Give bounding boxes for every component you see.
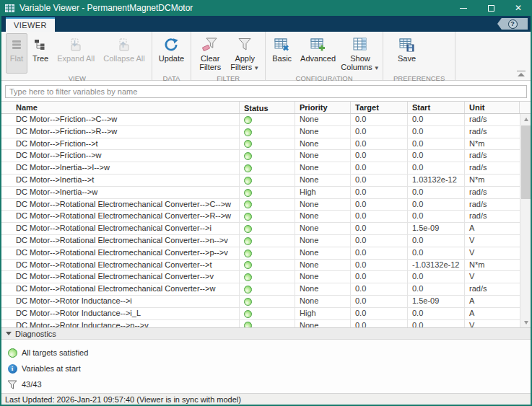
close-button[interactable]: ✕ — [505, 0, 532, 16]
target-cell: 0.0 — [351, 114, 408, 125]
tab-viewer[interactable]: VIEWER — [6, 17, 55, 32]
show-columns-button[interactable]: Show Columns▼ — [341, 33, 380, 74]
start-cell: 0.0 — [408, 138, 465, 150]
window-controls: ✕ — [450, 0, 532, 16]
priority-cell: None — [295, 247, 351, 259]
last-updated-text: Last Updated: 2026-Jan-21 09:57:40 (View… — [5, 395, 241, 404]
table-row[interactable]: DC Motor-->Rotational Electromechanical … — [1, 283, 520, 296]
triangle-down-icon — [524, 321, 528, 325]
table-row[interactable]: DC Motor-->Rotor Inductance-->n-->vNone0… — [1, 320, 520, 327]
table-row[interactable]: DC Motor-->Rotational Electromechanical … — [1, 260, 520, 272]
status-ok-icon — [244, 128, 252, 136]
status-ok-icon — [244, 140, 252, 148]
apply-filters-button[interactable]: Apply Filters▼ — [227, 33, 262, 74]
table-row[interactable]: DC Motor-->Rotational Electromechanical … — [1, 223, 520, 235]
column-header-start[interactable]: Start — [408, 102, 465, 113]
priority-cell: None — [295, 138, 351, 150]
scroll-up-button[interactable] — [520, 114, 531, 124]
priority-cell: None — [295, 126, 351, 138]
diagnostics-body: All targets satisfied i Variables at sta… — [1, 340, 531, 393]
vertical-scrollbar[interactable] — [520, 114, 531, 327]
table-row[interactable]: DC Motor-->Rotor Inductance-->i_LHigh0.0… — [1, 308, 520, 320]
status-ok-icon — [244, 225, 252, 233]
target-cell: 0.0 — [351, 308, 408, 319]
table-row[interactable]: DC Motor-->Friction-->C-->wNone0.00.0rad… — [1, 114, 520, 126]
filter-count-text: 43/43 — [22, 380, 42, 389]
table-row[interactable]: DC Motor-->Friction-->R-->wNone0.00.0rad… — [1, 126, 520, 138]
diagnostic-text: Variables at start — [22, 364, 81, 373]
priority-cell: None — [295, 271, 351, 283]
start-cell: 0.0 — [408, 235, 465, 247]
minimize-button[interactable] — [450, 0, 477, 16]
maximize-icon — [488, 5, 494, 12]
status-cell — [240, 138, 295, 150]
diagnostics-header[interactable]: Diagnostics — [1, 327, 531, 340]
column-header-priority[interactable]: Priority — [295, 102, 351, 113]
help-button[interactable]: ? — [497, 18, 528, 30]
basic-button[interactable]: Basic — [269, 33, 295, 74]
help-icon: ? — [508, 19, 518, 29]
status-cell — [240, 175, 295, 186]
column-header-target[interactable]: Target — [351, 102, 408, 113]
chevron-down-icon: ▼ — [374, 65, 380, 71]
update-button[interactable]: Update — [155, 33, 188, 74]
variable-name: DC Motor-->Inertia-->t — [1, 175, 240, 186]
start-cell: 0.0 — [408, 187, 465, 198]
unit-cell: rad/s — [465, 162, 520, 174]
titlebar: Variable Viewer - PermanentMagnetDCMotor… — [0, 0, 532, 16]
filter-input[interactable] — [5, 85, 527, 98]
table-row[interactable]: DC Motor-->Friction-->tNone0.00.0N*m — [1, 138, 520, 151]
advanced-button[interactable]: Advanced — [297, 33, 339, 74]
group-label-preferences: PREFERENCES — [393, 74, 445, 84]
table-row[interactable]: DC Motor-->Rotational Electromechanical … — [1, 199, 520, 211]
advanced-label: Advanced — [300, 54, 336, 63]
unit-cell: V — [465, 235, 520, 247]
status-cell — [240, 150, 295, 162]
status-cell — [240, 247, 295, 259]
target-cell: 0.0 — [351, 150, 408, 162]
table-row[interactable]: DC Motor-->Rotational Electromechanical … — [1, 235, 520, 247]
collapse-all-button[interactable]: Collapse All — [100, 33, 148, 74]
status-ok-icon — [244, 286, 252, 294]
table-row[interactable]: DC Motor-->Rotor Inductance-->iNone0.01.… — [1, 296, 520, 308]
table-row[interactable]: DC Motor-->Rotational Electromechanical … — [1, 247, 520, 260]
column-header-status[interactable]: Status — [240, 102, 295, 113]
scrollbar-thumb[interactable] — [521, 125, 531, 199]
show-columns-label: Show Columns▼ — [341, 54, 379, 72]
tree-hierarchy-icon — [34, 36, 47, 53]
column-header-unit[interactable]: Unit — [465, 102, 520, 113]
table-row[interactable]: DC Motor-->Inertia-->wHigh0.00.0rad/s — [1, 187, 520, 199]
save-button[interactable]: Save — [394, 33, 419, 74]
status-cell — [240, 187, 295, 198]
variable-name: DC Motor-->Rotational Electromechanical … — [1, 199, 240, 211]
variable-name: DC Motor-->Rotational Electromechanical … — [1, 247, 240, 259]
maximize-button[interactable] — [477, 0, 505, 16]
tree-button[interactable]: Tree — [29, 33, 52, 74]
column-header-name[interactable]: Name — [1, 102, 240, 113]
status-ok-icon — [244, 273, 252, 281]
variable-name: DC Motor-->Rotational Electromechanical … — [1, 260, 240, 271]
toolbar-group-configuration: Basic Advanced — [266, 32, 383, 80]
table-save-icon — [399, 36, 415, 53]
table-row[interactable]: DC Motor-->Rotational Electromechanical … — [1, 271, 520, 283]
table-row[interactable]: DC Motor-->Inertia-->tNone0.01.03132e-12… — [1, 175, 520, 187]
priority-cell: High — [295, 187, 351, 198]
clear-filters-button[interactable]: Clear Filters — [194, 33, 226, 74]
table-row[interactable]: DC Motor-->Rotational Electromechanical … — [1, 211, 520, 223]
status-cell — [240, 211, 295, 222]
table-row[interactable]: DC Motor-->Friction-->wNone0.00.0rad/s — [1, 150, 520, 162]
expand-all-button[interactable]: Expand All — [53, 33, 98, 74]
unit-cell: V — [465, 247, 520, 259]
target-cell: 0.0 — [351, 187, 408, 198]
expand-all-label: Expand All — [57, 54, 95, 63]
variable-name: DC Motor-->Rotational Electromechanical … — [1, 235, 240, 247]
table-row[interactable]: DC Motor-->Inertia-->I-->wNone0.00.0rad/… — [1, 162, 520, 175]
priority-cell: None — [295, 235, 351, 247]
collapse-toolbar-button[interactable] — [517, 71, 526, 76]
unit-cell: rad/s — [465, 283, 520, 295]
flat-button[interactable]: Flat — [6, 33, 27, 74]
scroll-down-button[interactable] — [520, 317, 531, 327]
filter-icon — [237, 36, 252, 53]
start-cell: 0.0 — [408, 162, 465, 174]
target-cell: 0.0 — [351, 260, 408, 271]
